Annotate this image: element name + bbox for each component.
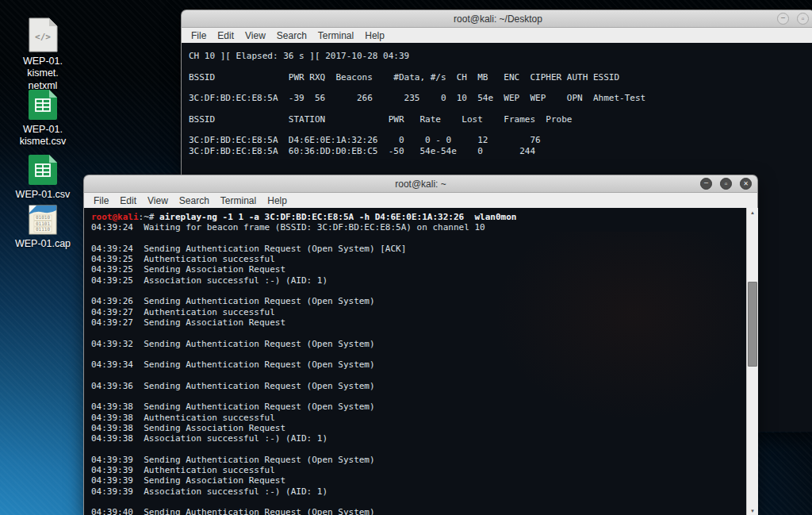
menu-edit[interactable]: Edit — [212, 30, 239, 41]
window-titlebar[interactable]: root@kali: ~ — [83, 175, 758, 193]
terminal-content[interactable]: root@kali:~# aireplay-ng -1 1 -a 3C:DF:B… — [83, 208, 758, 515]
svg-text:</>: </> — [35, 32, 51, 42]
window-title: root@kali: ~/Desktop — [454, 13, 542, 25]
aireplay-output-text: root@kali:~# aireplay-ng -1 1 -a 3C:DF:B… — [84, 208, 757, 515]
spreadsheet-icon — [28, 89, 58, 121]
shell-prompt-path: :~# — [139, 212, 160, 222]
svg-text:01010: 01010 — [36, 214, 50, 220]
minimize-button-icon[interactable] — [700, 178, 712, 190]
menu-search[interactable]: Search — [174, 195, 215, 206]
icon-label: WEP-01.cap — [15, 238, 71, 250]
menu-terminal[interactable]: Terminal — [215, 195, 262, 206]
menu-file[interactable]: File — [186, 30, 212, 41]
menu-help[interactable]: Help — [359, 30, 390, 41]
menu-help[interactable]: Help — [262, 195, 293, 206]
spreadsheet-icon — [28, 154, 58, 186]
capture-file-icon: 01010 01101 01110 — [29, 205, 57, 235]
terminal-scrollbar[interactable]: ▲ ▼ — [746, 208, 758, 515]
scrollbar-thumb[interactable] — [748, 282, 757, 367]
icon-label: WEP-01. kismet.csv — [20, 124, 66, 148]
aireplay-terminal-window: root@kali: ~ FileEditViewSearchTerminalH… — [83, 175, 758, 515]
xml-document-icon: </> — [28, 17, 58, 52]
menu-edit[interactable]: Edit — [114, 195, 142, 206]
terminal-menubar: FileEditViewSearchTerminalHelp — [83, 193, 758, 208]
close-button-icon[interactable] — [740, 178, 752, 190]
airodump-output-text: CH 10 ][ Elapsed: 36 s ][ 2017-10-28 04:… — [182, 43, 812, 156]
svg-text:01110: 01110 — [36, 226, 50, 232]
window-title: root@kali: ~ — [395, 179, 446, 190]
desktop-icon-wep01-cap[interactable]: 01010 01101 01110 WEP-01.cap — [5, 205, 81, 250]
desktop-icon-wep01-kismet-csv[interactable]: WEP-01. kismet.csv — [5, 89, 81, 148]
icon-label: WEP-01.csv — [16, 189, 71, 201]
scroll-up-icon[interactable]: ▲ — [747, 208, 758, 217]
desktop-icon-wep01-kismet-netxml[interactable]: </> WEP-01. kismet. netxml — [5, 17, 81, 92]
scroll-down-icon[interactable]: ▼ — [747, 506, 758, 515]
maximize-button-icon[interactable] — [720, 178, 732, 190]
shell-prompt-user: root@kali — [91, 212, 139, 222]
shell-output: 04:39:24 Waiting for beacon frame (BSSID… — [91, 222, 485, 515]
window-titlebar[interactable]: root@kali: ~/Desktop — [181, 10, 812, 28]
svg-text:01101: 01101 — [36, 221, 50, 226]
menu-file[interactable]: File — [88, 195, 114, 206]
menu-view[interactable]: View — [142, 195, 174, 206]
desktop-icon-wep01-csv[interactable]: WEP-01.csv — [5, 154, 81, 201]
menu-view[interactable]: View — [239, 30, 271, 41]
menu-search[interactable]: Search — [271, 30, 312, 41]
maximize-button-icon[interactable] — [797, 13, 809, 25]
minimize-button-icon[interactable] — [777, 13, 789, 25]
shell-command: aireplay-ng -1 1 -a 3C:DF:BD:EC:E8:5A -h… — [159, 212, 516, 222]
icon-label: WEP-01. kismet. netxml — [23, 56, 63, 92]
menu-terminal[interactable]: Terminal — [312, 30, 359, 41]
terminal-menubar: FileEditViewSearchTerminalHelp — [181, 28, 812, 43]
